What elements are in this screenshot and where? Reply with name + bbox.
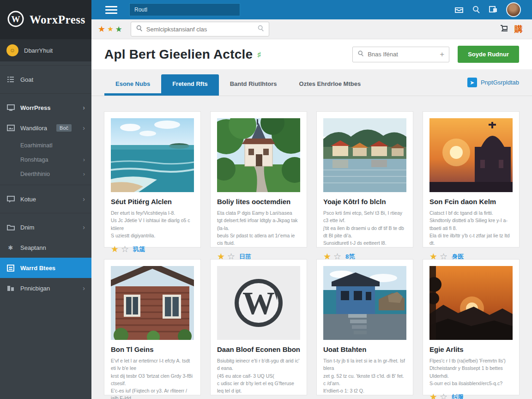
cart-icon[interactable] [500, 24, 509, 34]
star-icon-orange[interactable]: ★ [98, 24, 105, 34]
tab-bar: Esone Nubs Fretend Rfts Bantd Riutlhtors… [91, 69, 532, 96]
sidebar-item-comments[interactable]: Kotue › [0, 189, 91, 209]
user-avatar[interactable] [506, 2, 521, 17]
document-icon [6, 265, 15, 272]
sidebar-item-posts[interactable]: Goat [0, 69, 91, 90]
sidebar-subitem[interactable]: Ronshtaga › [0, 152, 91, 167]
svg-text:W: W [12, 14, 20, 24]
thumbnail-wooden-house-photo[interactable] [111, 266, 194, 340]
sidebar-item-label: Wandilora [20, 125, 47, 132]
thumbnail-ocean-beach-photo[interactable] [111, 118, 194, 192]
item-card: Uoat Btahten Tisn t-ty jb ti la iret si … [316, 259, 413, 395]
star-filled-icon[interactable]: ★ [429, 392, 437, 399]
thumbnail-wordpress-logo[interactable]: W [217, 266, 300, 340]
toolbar-search-box[interactable] [131, 22, 269, 36]
list-icon [6, 76, 15, 83]
card-rating-link[interactable]: 纠服 [452, 393, 464, 399]
chevron-right-icon: › [83, 195, 85, 203]
card-description: Flpes'c r I tb (ra(iefbei) 'Fremrtn lls'… [429, 357, 513, 387]
star-empty-icon[interactable]: ☆ [121, 244, 129, 254]
card-rating-link[interactable]: 玑筬 [133, 245, 145, 254]
admin-top-bar [91, 0, 532, 19]
thumbnail-sunset-church-photo[interactable] [429, 118, 513, 192]
sidebar-item-users[interactable]: Pnnicbigan › [0, 278, 91, 298]
card-title[interactable]: Egie Arlits [429, 345, 513, 353]
card-title[interactable]: Boliy lites ooctemdien [217, 198, 300, 206]
primary-action-button[interactable]: Soyde Rudnur [458, 46, 519, 63]
thumbnail-blue-house-sea-photo[interactable] [323, 266, 406, 340]
card-title[interactable]: Son Fcin daon Kelm [429, 198, 513, 206]
orange-glyph-label[interactable]: 購 [514, 24, 523, 35]
star-empty-icon[interactable]: ☆ [440, 392, 447, 399]
sidebar-subitem[interactable]: Eoarhiminatl [0, 138, 91, 152]
logo-text: WorxPress [30, 13, 85, 26]
sidebar-item-label: Pnnicbigan [20, 285, 50, 292]
item-card: Egie Arlits Flpes'c r I tb (ra(iefbei) '… [423, 259, 520, 395]
star-icon-green[interactable]: ★ [115, 24, 122, 34]
star-filled-icon[interactable]: ★ [111, 244, 119, 254]
chevron-right-icon: › [83, 224, 85, 231]
item-card: Boliy lites ooctemdien Eta clata P dgis … [210, 111, 307, 248]
card-description: E'vf e let l ar ertetirncr I-t efcty A. … [111, 357, 194, 399]
item-card: Yoaje Kôtrl fo blcln Psco krti šmi etcp,… [316, 111, 413, 248]
sidebar-item-dashboard[interactable]: ☺ DbarrYhuit [0, 39, 91, 61]
plus-icon[interactable]: + [440, 50, 444, 59]
search-icon[interactable] [472, 6, 480, 14]
item-card: Son Fcin daon Kelm Ciatsct I bf dc tgand… [423, 111, 520, 248]
dashboard-icon: ☺ [6, 44, 18, 56]
card-rating: ★ ☆ 纠服 [429, 392, 513, 399]
sidebar-logo[interactable]: W WorxPress [0, 0, 91, 39]
tab-oztes-ehrdrloe[interactable]: Oztes Ehrdrloe Mtbes [288, 74, 372, 96]
divider [0, 93, 91, 94]
tab-fretend-rfts-active[interactable]: Fretend Rfts [161, 74, 219, 93]
menu-hamburger-icon[interactable] [105, 4, 117, 16]
sidebar-item-label: Seaptann [20, 244, 46, 251]
thumbnail-lakeside-houses-photo[interactable] [323, 118, 406, 192]
toolbar-search-input[interactable] [146, 26, 254, 33]
star-icon-orange-small[interactable]: ★ [107, 25, 113, 33]
admin-search-input[interactable] [129, 3, 240, 16]
tab-esone-nubs[interactable]: Esone Nubs [104, 74, 161, 93]
export-link-label: PnptGsrpldtab [481, 79, 519, 86]
card-description: Tisn t-ty jb ti la iret si ie a ln gr-/f… [323, 357, 406, 394]
sidebar-subitem-label: Eoarhiminatl [20, 142, 52, 149]
card-title[interactable]: Séut Pitiérg Alclen [111, 198, 194, 206]
svg-text:W: W [242, 285, 275, 321]
search-icon [136, 25, 143, 34]
header-search-box[interactable]: + [352, 47, 449, 62]
card-description: Der eturt is fey/Vicshtieyia I-8.Us Jc J… [111, 209, 194, 239]
note-icon[interactable] [489, 6, 498, 14]
comment-icon [6, 196, 15, 203]
sidebar-item-warrd-btees-active[interactable]: Warrd Btees [0, 258, 91, 278]
card-title[interactable]: Yoaje Kôtrl fo blcln [323, 198, 406, 206]
sidebar-item-plugins[interactable]: ✱ Seaptann [0, 237, 91, 258]
card-title[interactable]: Uoat Btahten [323, 345, 406, 353]
sidebar-item-wandilora[interactable]: Wandilora Boč › [0, 118, 91, 138]
thumbnail-sunset-mountains-photo[interactable] [429, 266, 513, 340]
sidebar-item-label: Warrd Btees [20, 265, 55, 272]
tab-bantd-riutlhtors[interactable]: Bantd Riutlhtors [219, 74, 288, 96]
search-icon-right[interactable] [257, 25, 264, 34]
sidebar-item-worrpress[interactable]: WorrPress › [0, 97, 91, 118]
sidebar-item-label: Kotue [20, 196, 36, 203]
card-title[interactable]: Daan Bloof Econen Bbon [217, 345, 300, 353]
plugin-icon: ✱ [6, 244, 15, 251]
sidebar-item-folder[interactable]: Dnim › [0, 217, 91, 237]
tray-icon[interactable] [454, 6, 464, 14]
secondary-toolbar: ★ ★ ★ 購 [91, 19, 532, 39]
thumbnail-steeple-house-photo[interactable] [217, 118, 300, 192]
export-link[interactable]: ➤ PnptGsrpldtab [467, 78, 519, 87]
media-icon [6, 125, 15, 131]
chevron-right-icon: › [83, 124, 85, 132]
item-card: W Daan Bloof Econen Bbon Bsiubitg ieinec… [210, 259, 307, 395]
item-card: Séut Pitiérg Alclen Der eturt is fey/Vic… [104, 111, 201, 248]
page-title: Apl Bert Gieelien Actcle [104, 47, 253, 62]
page-header: Apl Bert Gieelien Actcle ♯ + Soyde Rudnu… [91, 39, 532, 69]
monitor-icon [6, 104, 15, 111]
wordpress-logo-icon: W [6, 10, 25, 30]
card-title[interactable]: Bon Tl Geins [111, 345, 194, 353]
header-search-input[interactable] [368, 51, 436, 58]
divider [0, 185, 91, 185]
sidebar-subitem[interactable]: Deerthhinio › [0, 167, 91, 181]
card-description: Eta clata P dgis Eamy b Lari/saseatgt de… [217, 209, 300, 247]
